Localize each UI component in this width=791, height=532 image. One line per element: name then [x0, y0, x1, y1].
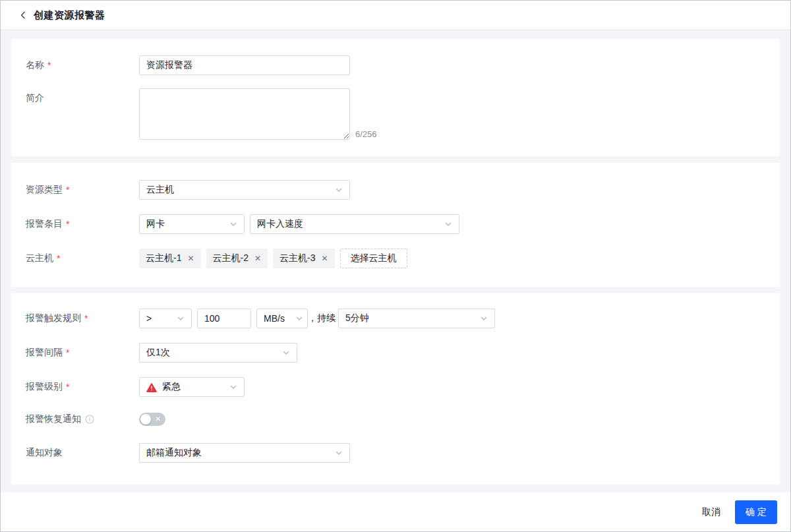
- unit-select[interactable]: MB/s: [256, 309, 308, 328]
- interval-label: 报警间隔 *: [26, 347, 139, 359]
- intro-textarea[interactable]: [139, 88, 350, 140]
- rule-card: 报警触发规则 * > MB/s ，持续: [11, 293, 780, 485]
- interval-row: 报警间隔 * 仅1次: [26, 343, 764, 363]
- basic-info-card: 名称 * 简介 6/256: [11, 39, 780, 156]
- host-tags: 云主机-1 ✕ 云主机-2 ✕ 云主机-3 ✕ 选择云主机: [139, 249, 407, 268]
- level-select[interactable]: 紧急: [139, 377, 245, 397]
- chevron-left-icon: [18, 11, 28, 20]
- form-content: 名称 * 简介 6/256 资源类型 *: [1, 30, 790, 492]
- hosts-label: 云主机 *: [26, 252, 139, 264]
- required-mark: *: [66, 185, 69, 195]
- level-label: 报警级别 *: [26, 381, 139, 393]
- intro-row: 简介 6/256: [26, 88, 764, 140]
- trigger-rule-label: 报警触发规则 *: [26, 312, 139, 324]
- info-icon: [85, 415, 94, 424]
- remove-tag-icon[interactable]: ✕: [254, 254, 261, 262]
- chevron-down-icon: [480, 314, 488, 322]
- recovery-row: 报警恢复通知 ✕: [26, 413, 764, 426]
- level-row: 报警级别 * 紧急: [26, 377, 764, 397]
- chevron-down-icon: [335, 449, 343, 457]
- warning-triangle-icon: [146, 382, 157, 392]
- interval-select[interactable]: 仅1次: [139, 343, 297, 363]
- name-input[interactable]: [139, 55, 350, 75]
- cancel-button[interactable]: 取消: [702, 506, 720, 518]
- name-label: 名称 *: [26, 59, 139, 71]
- notify-select[interactable]: 邮箱通知对象: [139, 443, 350, 463]
- chevron-down-icon: [282, 349, 290, 357]
- footer-action-bar: 取消 确定: [1, 492, 790, 531]
- entry-category-select[interactable]: 网卡: [139, 214, 245, 234]
- intro-label: 简介: [26, 88, 139, 104]
- chevron-down-icon: [229, 220, 237, 228]
- chevron-down-icon: [444, 220, 452, 228]
- resource-type-select[interactable]: 云主机: [139, 180, 350, 200]
- required-mark: *: [66, 347, 69, 358]
- resource-card: 资源类型 * 云主机 报警条目 * 网卡: [11, 163, 780, 287]
- chevron-down-icon: [177, 314, 185, 322]
- recovery-label: 报警恢复通知: [26, 413, 139, 425]
- name-row: 名称 *: [26, 55, 764, 75]
- host-tag[interactable]: 云主机-3 ✕: [273, 249, 335, 268]
- confirm-button[interactable]: 确定: [735, 500, 777, 524]
- char-counter: 6/256: [355, 130, 377, 140]
- page-title: 创建资源报警器: [34, 9, 105, 22]
- duration-select[interactable]: 5分钟: [338, 309, 495, 328]
- required-mark: *: [84, 313, 88, 324]
- chevron-down-icon: [295, 314, 303, 322]
- back-button[interactable]: [16, 9, 30, 22]
- notify-label: 通知对象: [26, 447, 139, 459]
- operator-select[interactable]: >: [139, 309, 192, 328]
- threshold-input[interactable]: [197, 309, 251, 328]
- resource-type-label: 资源类型 *: [26, 184, 139, 196]
- toggle-off-icon: ✕: [156, 416, 161, 423]
- select-hosts-button[interactable]: 选择云主机: [340, 249, 407, 268]
- remove-tag-icon[interactable]: ✕: [187, 254, 194, 262]
- alarm-entry-row: 报警条目 * 网卡 网卡入速度: [26, 214, 764, 234]
- duration-prefix-text: ，持续: [308, 312, 336, 324]
- hosts-row: 云主机 * 云主机-1 ✕ 云主机-2 ✕ 云主机-3 ✕: [26, 249, 764, 268]
- notify-row: 通知对象 邮箱通知对象: [26, 443, 764, 463]
- alarm-entry-label: 报警条目 *: [26, 218, 139, 230]
- resource-type-row: 资源类型 * 云主机: [26, 180, 764, 200]
- page-header: 创建资源报警器: [1, 1, 790, 30]
- required-mark: *: [57, 253, 60, 264]
- entry-metric-select[interactable]: 网卡入速度: [250, 214, 459, 234]
- host-tag[interactable]: 云主机-1 ✕: [139, 249, 201, 268]
- host-tag[interactable]: 云主机-2 ✕: [206, 249, 268, 268]
- chevron-down-icon: [335, 186, 343, 194]
- create-resource-alarm-page: 创建资源报警器 名称 * 简介 6/256: [0, 0, 791, 532]
- trigger-rule-row: 报警触发规则 * > MB/s ，持续: [26, 309, 764, 328]
- required-mark: *: [47, 60, 51, 71]
- chevron-down-icon: [229, 383, 237, 391]
- required-mark: *: [66, 219, 69, 229]
- recovery-toggle[interactable]: ✕: [139, 413, 165, 426]
- toggle-knob: [140, 414, 151, 425]
- required-mark: *: [66, 382, 69, 392]
- remove-tag-icon[interactable]: ✕: [321, 254, 328, 262]
